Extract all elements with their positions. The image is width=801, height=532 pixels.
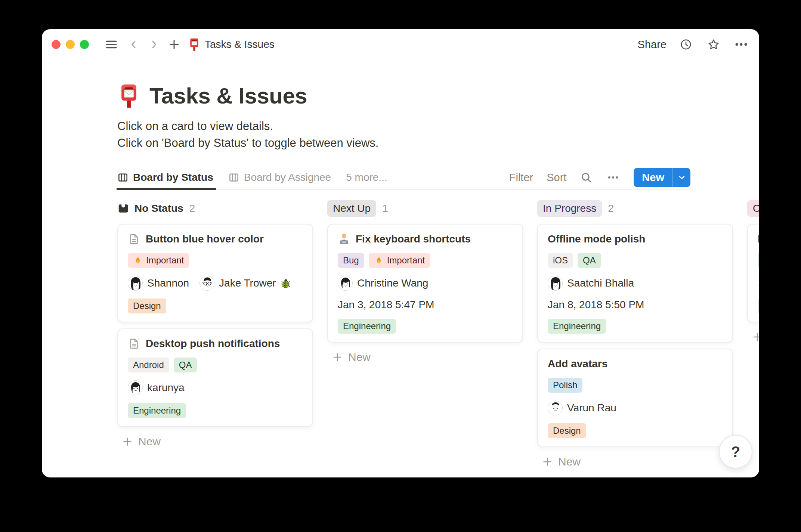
description-line: Click on 'Board by Status' to toggle bet… — [117, 134, 690, 151]
plus-icon — [122, 436, 133, 447]
technologist-icon — [338, 233, 350, 245]
tag-label: Polish — [553, 380, 577, 390]
avatar — [758, 276, 759, 291]
tab-board-by-assignee[interactable]: Board by Assignee — [228, 166, 331, 189]
minimize-button[interactable] — [66, 40, 75, 49]
card-title: R — [758, 233, 759, 245]
page-postbox-icon — [117, 84, 140, 108]
column-count: 1 — [382, 202, 388, 214]
assignee: Saatchi Bhalla — [548, 276, 634, 291]
avatar — [548, 400, 563, 415]
column-header[interactable]: Next Up1 — [327, 200, 523, 217]
tag-label: Design — [133, 301, 161, 311]
column-count: 2 — [608, 202, 614, 214]
more-options-icon[interactable] — [733, 36, 749, 53]
assignee-name: Varun Rau — [567, 402, 616, 414]
updates-clock-icon[interactable] — [678, 36, 694, 53]
tab-board-by-status[interactable]: Board by Status — [117, 166, 213, 189]
assignee: karunya — [128, 380, 185, 395]
tag: E — [758, 299, 759, 313]
page-title: Tasks & Issues — [149, 83, 307, 109]
new-card-label: New — [348, 351, 371, 364]
tag: Important — [369, 253, 430, 268]
tag: iOS — [548, 253, 573, 268]
view-tabs: Board by Status Board by Assignee 5 more… — [117, 166, 690, 190]
assignee: Christine Wang — [338, 276, 428, 291]
traffic-lights — [52, 40, 89, 49]
column-header[interactable]: C — [747, 200, 759, 217]
new-card-label: New — [138, 435, 161, 448]
card[interactable]: Desktop push notificationsAndroidQAkarun… — [117, 328, 313, 427]
card[interactable]: Button blue hover colorImportantShannonJ… — [117, 224, 313, 322]
column-header[interactable]: In Progress2 — [537, 200, 733, 217]
new-card-button[interactable]: New — [537, 455, 733, 468]
new-card-button[interactable]: New — [327, 351, 523, 364]
tag-label: Engineering — [133, 405, 181, 416]
tab-label: Board by Status — [133, 171, 213, 183]
new-card-button[interactable]: New — [747, 331, 759, 343]
board-icon — [117, 172, 129, 183]
fire-icon — [133, 256, 143, 265]
card-title: Add avatars — [548, 358, 607, 370]
sidebar-menu-icon[interactable] — [103, 36, 120, 53]
card-date: Jan 3, 2018 5:47 PM — [338, 299, 513, 311]
new-page-icon[interactable] — [166, 36, 182, 53]
plus-icon — [542, 456, 553, 467]
more-views-link[interactable]: 5 more... — [346, 166, 387, 189]
filter-button[interactable]: Filter — [509, 171, 533, 184]
card-title: Button blue hover color — [146, 233, 264, 245]
plus-icon — [332, 352, 343, 363]
sort-button[interactable]: Sort — [547, 171, 566, 184]
help-button[interactable]: ? — [719, 435, 752, 468]
favorite-star-icon[interactable] — [705, 36, 722, 53]
forward-icon[interactable] — [146, 36, 162, 53]
search-icon[interactable] — [580, 171, 593, 184]
column-title: No Status — [134, 202, 183, 214]
board-column: In Progress2Offline mode polishiOSQASaat… — [537, 200, 733, 468]
back-icon[interactable] — [126, 36, 142, 53]
board-column: Next Up1Fix keyboard shortcutsBugImporta… — [327, 200, 523, 468]
tag-label: Design — [553, 426, 581, 436]
card[interactable]: RPE — [747, 224, 759, 322]
card-title: Desktop push notifications — [146, 337, 280, 350]
close-button[interactable] — [52, 40, 61, 49]
tag: Bug — [338, 253, 364, 268]
page-description: Click on a card to view details. Click o… — [117, 118, 690, 151]
tab-label: Board by Assignee — [244, 171, 331, 183]
card[interactable]: Fix keyboard shortcutsBugImportantChrist… — [327, 224, 523, 343]
assignee: Jake Trower — [200, 276, 291, 291]
tag: Important — [128, 253, 189, 268]
board-column: No Status2Button blue hover colorImporta… — [117, 200, 313, 468]
card[interactable]: Offline mode polishiOSQASaatchi BhallaJa… — [537, 224, 733, 343]
card[interactable]: Add avatarsPolishVarun RauDesign — [537, 349, 733, 447]
fire-icon — [374, 256, 384, 265]
column-header[interactable]: No Status2 — [117, 200, 313, 217]
kanban-board: No Status2Button blue hover colorImporta… — [42, 200, 759, 468]
tag-label: Important — [146, 255, 184, 266]
column-title-pill: In Progress — [537, 200, 602, 217]
inbox-icon — [117, 202, 129, 214]
column-count: 2 — [189, 202, 195, 214]
avatar — [200, 276, 214, 291]
toolbar: Tasks & Issues Share — [42, 29, 759, 60]
assignee-name: Jake Trower — [219, 277, 276, 289]
tag: QA — [578, 253, 601, 268]
new-card-label: New — [558, 455, 581, 468]
board-column: CRPENew — [747, 200, 759, 468]
card-title: Fix keyboard shortcuts — [356, 233, 471, 245]
zoom-button[interactable] — [80, 40, 89, 49]
view-options-icon[interactable] — [606, 171, 620, 184]
tag-label: QA — [179, 360, 192, 370]
window-title: Tasks & Issues — [205, 38, 275, 50]
tag: QA — [174, 358, 197, 372]
tag: Polish — [548, 378, 582, 393]
column-title-pill: C — [747, 200, 759, 217]
new-dropdown-chevron-icon[interactable] — [672, 168, 690, 187]
tag: Design — [548, 423, 586, 438]
share-button[interactable]: Share — [638, 38, 667, 51]
plus-icon — [752, 331, 759, 343]
new-card-button[interactable]: New — [117, 435, 313, 448]
beetle-icon — [281, 278, 291, 288]
new-button[interactable]: New — [634, 168, 672, 187]
tag: Android — [128, 358, 169, 372]
